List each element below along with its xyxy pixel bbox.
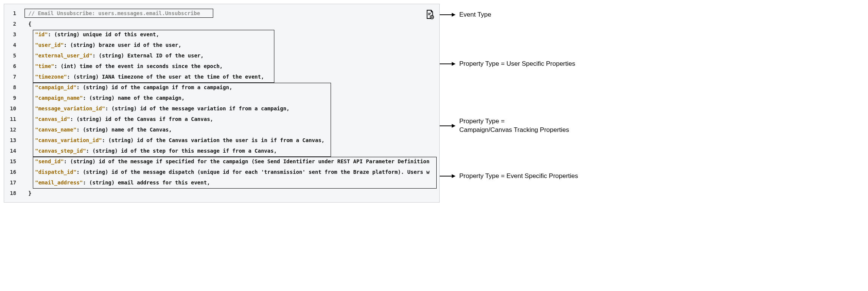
line-number: 13 <box>4 135 16 146</box>
code-line-comment: // Email Unsubscribe: users.messages.ema… <box>22 8 436 19</box>
json-desc: : (string) id of the message variation i… <box>105 105 289 111</box>
code-content: // Email Unsubscribe: users.messages.ema… <box>19 4 439 202</box>
code-line: "canvas_id": (string) id of the Canvas i… <box>22 114 436 124</box>
code-line: "external_user_id": (string) External ID… <box>22 50 436 61</box>
json-key: "canvas_variation_id" <box>35 137 102 143</box>
code-line: "campaign_id": (string) id of the campai… <box>22 82 436 93</box>
json-desc: : (string) name of the campaign, <box>83 95 185 101</box>
json-desc: : (string) unique id of this event, <box>48 31 159 37</box>
json-key: "message_variation_id" <box>35 105 105 111</box>
code-block: 1 2 3 4 5 6 7 8 9 10 11 12 13 14 15 16 1… <box>4 4 440 203</box>
json-key: "time" <box>35 63 54 69</box>
annotation-event-type: Event Type <box>440 11 491 19</box>
code-line: "canvas_name": (string) name of the Canv… <box>22 124 436 135</box>
line-number: 11 <box>4 114 16 124</box>
json-key: "canvas_step_id" <box>35 148 86 154</box>
json-desc: : (int) time of the event in seconds sin… <box>54 63 223 69</box>
json-desc: : (string) id of the step for this messa… <box>86 148 277 154</box>
arrow-icon <box>440 63 455 64</box>
code-line: "dispatch_id": (string) id of the messag… <box>22 167 436 177</box>
code-line-close-brace: } <box>22 188 436 198</box>
annotation-campaign-properties: Property Type = Campaign/Canvas Tracking… <box>440 117 569 135</box>
json-desc: : (string) id of the message dispatch (u… <box>77 169 430 175</box>
line-number: 17 <box>4 177 16 188</box>
json-desc: : (string) email address for this event, <box>83 180 210 186</box>
json-desc: : (string) id of the Canvas variation th… <box>102 137 325 143</box>
line-number: 3 <box>4 29 16 40</box>
json-desc: : (string) braze user id of the user, <box>64 42 182 48</box>
annotation-column: Event Type Property Type = User Specific… <box>440 4 864 203</box>
annotation-label: Event Type <box>459 11 491 19</box>
json-desc: : (string) IANA timezone of the user at … <box>67 74 264 80</box>
line-number: 10 <box>4 103 16 114</box>
line-number: 7 <box>4 71 16 82</box>
line-number: 12 <box>4 124 16 135</box>
line-number: 16 <box>4 167 16 177</box>
json-key: "campaign_id" <box>35 84 77 90</box>
json-desc: : (string) id of the message if specifie… <box>64 158 429 164</box>
json-desc: : (string) External ID of the user, <box>92 53 204 59</box>
code-line: "user_id": (string) braze user id of the… <box>22 40 436 50</box>
annotation-event-properties: Property Type = Event Specific Propertie… <box>440 172 578 181</box>
json-key: "dispatch_id" <box>35 169 77 175</box>
line-number: 8 <box>4 82 16 93</box>
line-number: 2 <box>4 19 16 29</box>
line-number: 18 <box>4 188 16 198</box>
copy-add-icon[interactable] <box>426 9 434 19</box>
json-desc: : (string) id of the campaign if from a … <box>77 84 232 90</box>
line-number: 6 <box>4 61 16 71</box>
code-line: "message_variation_id": (string) id of t… <box>22 103 436 114</box>
json-key: "email_address" <box>35 180 83 186</box>
json-desc: : (string) id of the Canvas if from a Ca… <box>70 116 213 122</box>
code-line: "campaign_name": (string) name of the ca… <box>22 93 436 103</box>
code-line-open-brace: { <box>22 19 436 29</box>
arrow-icon <box>440 14 455 15</box>
annotation-label: Property Type = User Specific Properties <box>459 60 575 68</box>
json-key: "external_user_id" <box>35 53 92 59</box>
json-key: "timezone" <box>35 74 67 80</box>
code-line: "send_id": (string) id of the message if… <box>22 156 436 167</box>
json-desc: : (string) name of the Canvas, <box>77 127 172 133</box>
line-number: 4 <box>4 40 16 50</box>
json-key: "canvas_id" <box>35 116 70 122</box>
code-line: "canvas_variation_id": (string) id of th… <box>22 135 436 146</box>
annotation-label: Property Type = Event Specific Propertie… <box>459 172 578 181</box>
line-number: 15 <box>4 156 16 167</box>
annotation-user-properties: Property Type = User Specific Properties <box>440 60 575 68</box>
json-key: "user_id" <box>35 42 64 48</box>
code-line: "id": (string) unique id of this event, <box>22 29 436 40</box>
line-number-gutter: 1 2 3 4 5 6 7 8 9 10 11 12 13 14 15 16 1… <box>4 4 19 202</box>
line-number: 14 <box>4 146 16 156</box>
code-line: "timezone": (string) IANA timezone of th… <box>22 71 436 82</box>
arrow-icon <box>440 125 455 126</box>
diagram-root: 1 2 3 4 5 6 7 8 9 10 11 12 13 14 15 16 1… <box>4 4 864 203</box>
line-number: 1 <box>4 8 16 19</box>
json-key: "id" <box>35 31 48 37</box>
json-key: "campaign_name" <box>35 95 83 101</box>
json-key: "send_id" <box>35 158 64 164</box>
code-line: "canvas_step_id": (string) id of the ste… <box>22 146 436 156</box>
json-key: "canvas_name" <box>35 127 77 133</box>
code-line: "time": (int) time of the event in secon… <box>22 61 436 71</box>
line-number: 9 <box>4 93 16 103</box>
code-line: "email_address": (string) email address … <box>22 177 436 188</box>
annotation-label: Property Type = Campaign/Canvas Tracking… <box>459 117 569 135</box>
arrow-icon <box>440 176 455 176</box>
line-number: 5 <box>4 50 16 61</box>
